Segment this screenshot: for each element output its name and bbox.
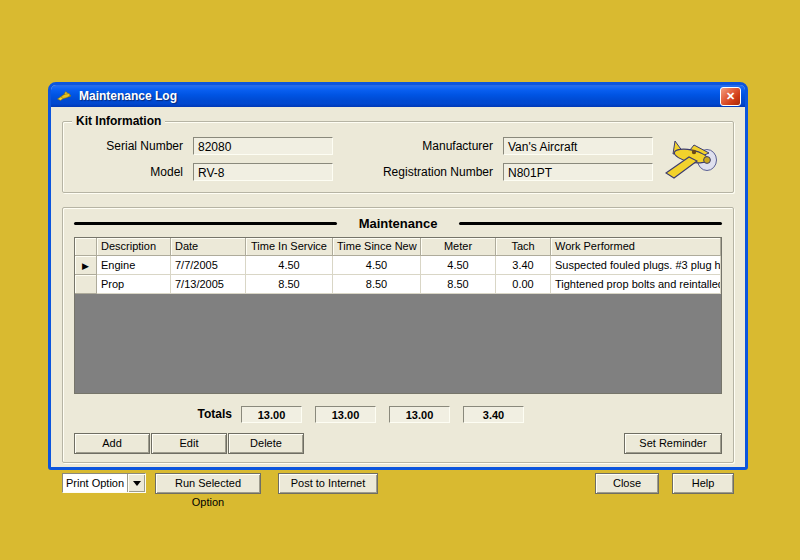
close-icon[interactable]: ✕ <box>720 87 741 106</box>
window-title: Maintenance Log <box>79 89 720 103</box>
registration-number-label: Registration Number <box>343 165 493 179</box>
total-meter: 13.00 <box>389 406 450 423</box>
heading-rule-left <box>74 222 337 225</box>
manufacturer-label: Manufacturer <box>343 139 493 153</box>
column-header-time-since-new[interactable]: Time Since New <box>333 238 421 256</box>
chevron-down-icon <box>133 481 141 486</box>
maintenance-title: Maintenance <box>337 216 460 231</box>
cell-time-since-new[interactable]: 4.50 <box>333 256 421 275</box>
post-to-internet-button[interactable]: Post to Internet <box>278 473 378 494</box>
footer-bar: Print Option Run Selected Option Post to… <box>62 472 734 494</box>
current-row-arrow-icon: ▶ <box>82 261 89 271</box>
cell-description[interactable]: Prop <box>97 275 171 294</box>
cell-time-in-service[interactable]: 4.50 <box>246 256 333 275</box>
maintenance-log-window: Maintenance Log ✕ Kit Information Serial… <box>48 82 748 470</box>
window-body: Kit Information Serial Number 82080 Manu… <box>51 107 745 500</box>
total-tach: 3.40 <box>463 406 524 423</box>
serial-number-label: Serial Number <box>73 139 183 153</box>
cell-date[interactable]: 7/7/2005 <box>171 256 246 275</box>
run-selected-option-button[interactable]: Run Selected Option <box>155 473 261 494</box>
cell-meter[interactable]: 4.50 <box>421 256 496 275</box>
column-header-selector <box>75 238 97 256</box>
cell-tach[interactable]: 0.00 <box>496 275 551 294</box>
add-button[interactable]: Add <box>74 433 150 454</box>
edit-button[interactable]: Edit <box>151 433 227 454</box>
cell-description[interactable]: Engine <box>97 256 171 275</box>
row-selector-cell[interactable] <box>75 275 97 294</box>
cell-time-since-new[interactable]: 8.50 <box>333 275 421 294</box>
print-option-value: Print Option <box>63 474 127 492</box>
column-header-work-performed[interactable]: Work Performed <box>551 238 721 256</box>
serial-number-field[interactable]: 82080 <box>193 137 333 155</box>
manufacturer-field[interactable]: Van's Aircraft <box>503 137 653 155</box>
total-time-in-service: 13.00 <box>241 406 302 423</box>
desktop-background: Maintenance Log ✕ Kit Information Serial… <box>0 0 800 560</box>
column-header-description[interactable]: Description <box>97 238 171 256</box>
table-row[interactable]: Prop 7/13/2005 8.50 8.50 8.50 0.00 Tight… <box>75 275 721 294</box>
registration-number-field[interactable]: N801PT <box>503 163 653 181</box>
model-field[interactable]: RV-8 <box>193 163 333 181</box>
totals-label: Totals <box>74 407 232 421</box>
column-header-time-in-service[interactable]: Time In Service <box>246 238 333 256</box>
table-header-row: Description Date Time In Service Time Si… <box>75 238 721 256</box>
close-button[interactable]: Close <box>595 473 659 494</box>
print-option-dropdown[interactable]: Print Option <box>62 473 146 493</box>
maintenance-groupbox: Maintenance Description Date Time In Ser… <box>62 207 734 463</box>
maintenance-table: Description Date Time In Service Time Si… <box>74 237 722 394</box>
table-row[interactable]: ▶ Engine 7/7/2005 4.50 4.50 4.50 3.40 Su… <box>75 256 721 275</box>
delete-button[interactable]: Delete <box>228 433 304 454</box>
dropdown-button[interactable] <box>127 474 145 492</box>
cell-date[interactable]: 7/13/2005 <box>171 275 246 294</box>
app-plane-icon <box>56 89 74 103</box>
airplane-graphic-icon <box>661 135 723 183</box>
maintenance-heading: Maintenance <box>74 216 722 231</box>
total-time-since-new: 13.00 <box>315 406 376 423</box>
kit-information-fields: Serial Number 82080 Manufacturer Van's A… <box>73 137 653 181</box>
kit-information-groupbox: Kit Information Serial Number 82080 Manu… <box>62 121 734 193</box>
heading-rule-right <box>459 222 722 225</box>
help-button[interactable]: Help <box>672 473 734 494</box>
column-header-meter[interactable]: Meter <box>421 238 496 256</box>
column-header-date[interactable]: Date <box>171 238 246 256</box>
column-header-tach[interactable]: Tach <box>496 238 551 256</box>
cell-meter[interactable]: 8.50 <box>421 275 496 294</box>
totals-row: Totals 13.00 13.00 13.00 3.40 <box>74 405 722 423</box>
model-label: Model <box>73 165 183 179</box>
cell-tach[interactable]: 3.40 <box>496 256 551 275</box>
titlebar[interactable]: Maintenance Log ✕ <box>51 85 745 107</box>
row-selector-cell[interactable]: ▶ <box>75 256 97 275</box>
cell-work-performed[interactable]: Suspected fouled plugs. #3 plug had depo… <box>551 256 721 275</box>
table-empty-area <box>75 294 721 393</box>
maintenance-buttons: Add Edit Delete Set Reminder <box>74 433 722 454</box>
kit-information-legend: Kit Information <box>72 114 165 128</box>
cell-work-performed[interactable]: Tightened prop bolts and reintalled spin… <box>551 275 721 294</box>
set-reminder-button[interactable]: Set Reminder <box>624 433 722 454</box>
cell-time-in-service[interactable]: 8.50 <box>246 275 333 294</box>
